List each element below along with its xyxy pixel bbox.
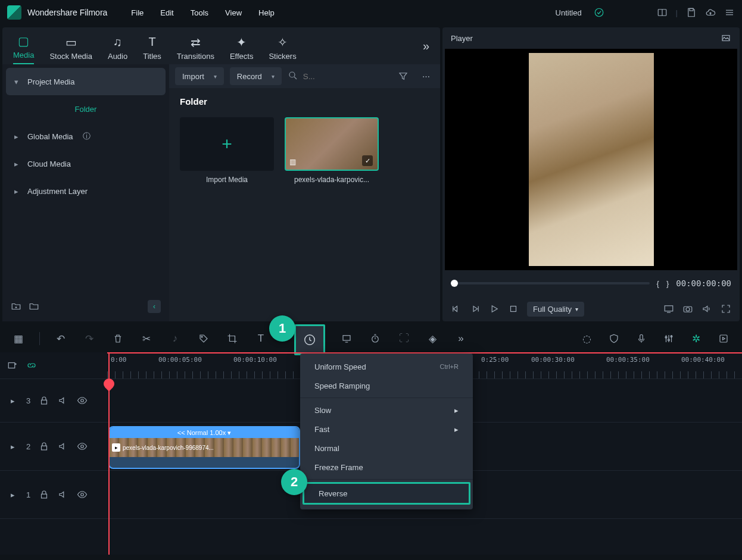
svg-point-0 — [595, 8, 603, 17]
layout-icon[interactable] — [657, 7, 668, 18]
marker-icon[interactable]: ✲ — [688, 331, 704, 346]
brace-close[interactable]: } — [666, 279, 669, 288]
filter-icon[interactable] — [395, 68, 411, 85]
new-folder-icon[interactable] — [11, 301, 21, 312]
menu-fast[interactable]: Fast▸ — [300, 420, 473, 439]
grid-icon[interactable]: ▦ — [11, 331, 26, 346]
undo-icon[interactable]: ↶ — [53, 331, 68, 346]
hamburger-icon[interactable] — [724, 7, 735, 18]
cloud-up-icon[interactable] — [705, 7, 716, 18]
add-track-icon[interactable] — [7, 360, 18, 371]
svg-rect-29 — [640, 334, 643, 340]
menu-help[interactable]: Help — [258, 8, 275, 17]
lock-icon[interactable] — [39, 441, 49, 452]
import-media-cell[interactable]: + Import Media — [180, 117, 274, 184]
cut-icon[interactable]: ✂ — [139, 331, 154, 346]
volume-icon[interactable] — [702, 304, 712, 314]
timeline-clip[interactable]: << Normal 1.00x ▾ ▸pexels-vlada-karpovic… — [108, 426, 300, 469]
preview-viewport[interactable] — [445, 49, 737, 270]
menu-tools[interactable]: Tools — [191, 8, 208, 17]
sidebar-item-global-media[interactable]: ▸Global Mediaⓘ — [6, 123, 166, 150]
menu-uniform-speed[interactable]: Uniform SpeedCtrl+R — [300, 357, 473, 376]
eye-icon[interactable] — [77, 395, 88, 406]
clip-label: pexels-vlada-karpovic... — [294, 176, 369, 184]
more-tools-icon[interactable]: » — [453, 331, 469, 346]
delete-icon[interactable] — [110, 331, 126, 346]
sidebar-item-folder[interactable]: Folder — [6, 95, 166, 123]
lock-icon[interactable] — [39, 489, 49, 500]
search-field[interactable] — [288, 70, 389, 83]
camera-icon[interactable] — [682, 304, 693, 314]
sidebar-item-project-media[interactable]: ▾Project Media — [6, 68, 166, 95]
menu-freeze-frame[interactable]: Freeze Frame — [300, 458, 473, 477]
menu-edit[interactable]: Edit — [160, 8, 173, 17]
sidebar-item-cloud-media[interactable]: ▸Cloud Media — [6, 150, 166, 177]
import-dropdown[interactable]: Import▾ — [175, 67, 224, 85]
media-grid-area: Folder + Import Media ▥ ✓ pexels-vlada-k… — [169, 88, 440, 321]
shield-icon[interactable] — [606, 331, 622, 346]
eye-icon[interactable] — [77, 489, 88, 500]
menu-file[interactable]: File — [131, 8, 144, 17]
record-dropdown[interactable]: Record▾ — [230, 67, 282, 85]
svg-line-10 — [294, 77, 297, 79]
speed-button-highlighted[interactable] — [294, 324, 325, 355]
mic-icon[interactable] — [634, 331, 649, 346]
media-clip[interactable]: ▥ ✓ pexels-vlada-karpovic... — [285, 117, 379, 184]
link-icon[interactable] — [26, 360, 37, 371]
redo-icon[interactable]: ↷ — [82, 331, 97, 346]
brace-open[interactable]: { — [657, 279, 659, 288]
tab-audio[interactable]: ♫Audio — [108, 35, 127, 64]
play-icon[interactable] — [489, 304, 500, 314]
mute-icon[interactable] — [58, 395, 68, 406]
screen-icon[interactable] — [339, 331, 354, 346]
menu-view[interactable]: View — [225, 8, 242, 17]
video-track-icon: ▸ — [7, 441, 18, 452]
tabs-more-icon[interactable]: » — [423, 39, 429, 53]
track-head-1: ▸ 1 — [0, 471, 107, 519]
collapse-sidebar-icon[interactable]: ‹ — [148, 300, 161, 313]
scope-icon[interactable] — [721, 33, 731, 43]
text-icon[interactable]: T — [253, 331, 269, 346]
expand-icon[interactable]: ⛶ — [396, 331, 411, 346]
search-input[interactable] — [302, 71, 328, 82]
stop-icon[interactable] — [508, 304, 519, 314]
scrubber[interactable] — [451, 282, 650, 284]
svg-point-46 — [81, 493, 84, 496]
tab-media[interactable]: ▢Media — [13, 34, 34, 64]
export-icon[interactable] — [716, 331, 731, 346]
menu-speed-ramping[interactable]: Speed Ramping — [300, 376, 473, 395]
tag-icon[interactable] — [196, 331, 211, 346]
keyframe-icon[interactable]: ◈ — [425, 331, 440, 346]
playhead[interactable] — [108, 352, 110, 555]
tab-titles[interactable]: TTitles — [143, 35, 161, 64]
mixer-icon[interactable] — [661, 331, 676, 346]
fullscreen-icon[interactable] — [721, 304, 731, 314]
tab-transitions[interactable]: ⇄Transitions — [177, 35, 214, 64]
save-icon[interactable] — [686, 7, 697, 18]
mute-icon[interactable] — [58, 441, 68, 452]
timeline-toolbar: ▦ ↶ ↷ ✂ ♪ T ⏱ ⛶ ◈ » ◌ ✲ — [0, 325, 742, 352]
lock-icon[interactable] — [39, 395, 49, 406]
crop-icon[interactable] — [225, 331, 240, 346]
folder-icon[interactable] — [29, 301, 39, 312]
monitor-icon[interactable] — [663, 304, 674, 314]
scrub-knob[interactable] — [451, 280, 458, 287]
music-icon[interactable]: ♪ — [167, 331, 183, 346]
timer-icon[interactable] — [367, 331, 383, 346]
menu-reverse[interactable]: Reverse — [303, 482, 470, 505]
quality-dropdown[interactable]: Full Quality▾ — [527, 302, 584, 317]
tab-stock-media[interactable]: ▭Stock Media — [49, 35, 92, 64]
render-icon[interactable]: ◌ — [579, 331, 594, 346]
check-icon: ✓ — [362, 155, 373, 166]
clip-header[interactable]: << Normal 1.00x ▾ — [110, 427, 299, 438]
more-icon[interactable]: ⋯ — [417, 68, 434, 85]
tab-effects[interactable]: ✦Effects — [230, 35, 254, 64]
menu-normal[interactable]: Normal — [300, 439, 473, 458]
tab-stickers[interactable]: ✧Stickers — [269, 35, 296, 64]
prev-frame-icon[interactable] — [451, 304, 462, 314]
play-back-icon[interactable] — [470, 304, 481, 314]
eye-icon[interactable] — [77, 441, 88, 452]
menu-slow[interactable]: Slow▸ — [300, 401, 473, 420]
mute-icon[interactable] — [58, 489, 68, 500]
sidebar-item-adjustment-layer[interactable]: ▸Adjustment Layer — [6, 177, 166, 205]
